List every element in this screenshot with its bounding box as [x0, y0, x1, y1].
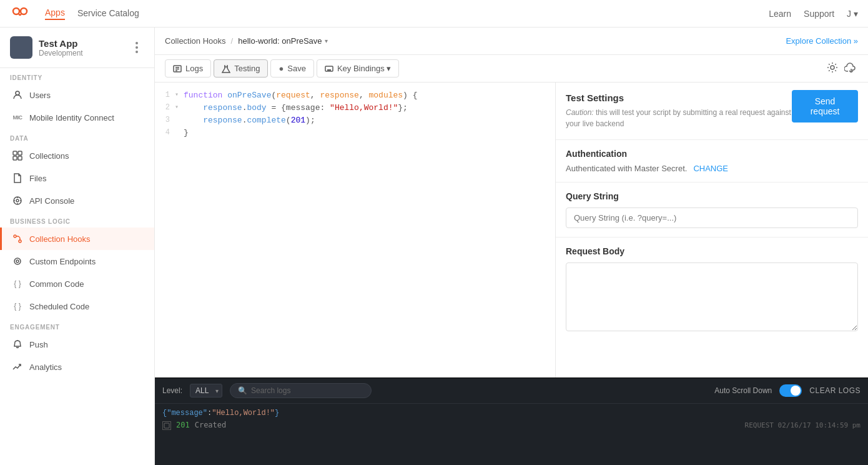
- sidebar-common-code-label: Common Code: [29, 279, 84, 289]
- explore-collection-link[interactable]: Explore Collection »: [786, 36, 858, 46]
- sidebar-item-scheduled-code[interactable]: { } Scheduled Code: [0, 295, 154, 318]
- dot-icon: [136, 46, 138, 49]
- sidebar-api-console-label: API Console: [29, 196, 74, 206]
- send-request-button[interactable]: Send request: [792, 90, 858, 122]
- toggle-knob: [791, 386, 801, 396]
- sidebar-item-collection-hooks[interactable]: Collection Hooks: [0, 228, 154, 250]
- logs-search-input[interactable]: [251, 386, 363, 395]
- sidebar-item-collections[interactable]: Collections: [0, 144, 154, 167]
- sidebar-item-users[interactable]: Users: [0, 84, 154, 106]
- auth-change-button[interactable]: CHANGE: [693, 164, 728, 173]
- code-editor[interactable]: 1 ▾ function onPreSave(request, response…: [155, 82, 556, 378]
- svg-rect-5: [13, 156, 17, 160]
- top-nav-right: Learn Support J ▾: [769, 9, 858, 19]
- collections-icon: [12, 150, 23, 161]
- top-nav: Apps Service Catalog Learn Support J ▾: [0, 0, 868, 28]
- sidebar: Test App Development IDENTITY Users MIC …: [0, 28, 155, 465]
- sidebar-item-custom-endpoints[interactable]: Custom Endpoints: [0, 250, 154, 272]
- user-icon: [12, 89, 23, 101]
- testing-panel: Test Settings Caution: this will test yo…: [556, 82, 868, 378]
- nav-support[interactable]: Support: [804, 9, 834, 19]
- logs-right: Auto Scroll Down CLEAR LOGS: [714, 384, 861, 397]
- sidebar-item-analytics[interactable]: Analytics: [0, 356, 154, 378]
- key-bindings-button[interactable]: Key Bindings ▾: [317, 59, 400, 78]
- svg-point-8: [16, 199, 19, 202]
- test-settings-section: Test Settings Caution: this will test yo…: [556, 82, 868, 140]
- log-icon: [162, 421, 171, 430]
- code-line-4: 4 ▾ }: [155, 128, 555, 140]
- sidebar-item-files[interactable]: Files: [0, 167, 154, 189]
- test-query-section: Query String: [556, 182, 868, 238]
- query-string-input[interactable]: [566, 208, 858, 228]
- main-content: Collection Hooks / hello-world: onPreSav…: [155, 28, 868, 465]
- sidebar-item-push[interactable]: Push: [0, 333, 154, 356]
- auto-scroll-label: Auto Scroll Down: [714, 386, 772, 395]
- logs-level-select[interactable]: ALL: [190, 384, 222, 398]
- breadcrumb-current[interactable]: hello-world: onPreSave ▾: [238, 36, 327, 46]
- auto-scroll-toggle[interactable]: [779, 384, 802, 397]
- svg-point-23: [831, 66, 834, 69]
- flask-icon: [222, 64, 230, 73]
- app-icon: [10, 36, 32, 59]
- breadcrumb-parent[interactable]: Collection Hooks: [165, 36, 226, 46]
- logs-icon: [173, 64, 182, 73]
- logs-button[interactable]: Logs: [165, 59, 211, 78]
- chevron-down-icon: ▾: [325, 38, 328, 44]
- test-auth-title: Authentication: [566, 149, 728, 159]
- business-logic-section-label: BUSINESS LOGIC: [0, 212, 154, 228]
- breadcrumb-separator: /: [231, 36, 234, 46]
- log-status-code: 201: [176, 419, 190, 431]
- request-body-input[interactable]: [566, 262, 858, 331]
- toolbar: Logs Testing ● Save Key Bindings ▾: [155, 55, 868, 82]
- svg-rect-3: [13, 151, 17, 155]
- nav-user[interactable]: J ▾: [847, 9, 858, 19]
- log-line-status: 201 Created REQUEST 02/16/17 10:14:59 pm: [162, 419, 861, 431]
- code-line-3: 3 ▾ response.complete(201);: [155, 115, 555, 128]
- cloud-icon[interactable]: [844, 62, 858, 75]
- code-line-1: 1 ▾ function onPreSave(request, response…: [155, 90, 555, 102]
- save-button[interactable]: ● Save: [270, 59, 314, 78]
- test-body-title: Request Body: [566, 246, 858, 256]
- logs-panel: Level: ALL 🔍 Auto Scroll Down: [155, 378, 868, 465]
- toolbar-right: [827, 62, 858, 76]
- sidebar-scheduled-code-label: Scheduled Code: [29, 302, 89, 311]
- log-status-text: Created: [195, 419, 227, 431]
- analytics-icon: [12, 361, 23, 372]
- sidebar-item-api-console[interactable]: API Console: [0, 189, 154, 212]
- svg-rect-25: [164, 423, 169, 428]
- svg-point-10: [19, 240, 21, 242]
- svg-point-11: [14, 258, 21, 264]
- nav-service-catalog[interactable]: Service Catalog: [77, 8, 139, 19]
- toggle-track: [779, 384, 802, 397]
- clear-logs-button[interactable]: CLEAR LOGS: [809, 386, 861, 395]
- nav-learn[interactable]: Learn: [769, 9, 791, 19]
- sidebar-collection-hooks-label: Collection Hooks: [29, 234, 91, 244]
- more-options-button[interactable]: [129, 40, 144, 55]
- data-section-label: DATA: [0, 129, 154, 144]
- nav-apps[interactable]: Apps: [45, 8, 65, 20]
- log-line-json: {"message":"Hello,World!"}: [162, 408, 861, 419]
- auth-row: Authenticated with Master Secret. CHANGE: [566, 164, 728, 173]
- settings-icon[interactable]: [827, 62, 838, 76]
- logs-level-select-wrap: ALL: [190, 384, 222, 398]
- test-body-section: Request Body: [556, 238, 868, 342]
- sidebar-users-label: Users: [29, 91, 51, 100]
- app-info: Test App Development: [39, 38, 123, 58]
- sidebar-item-mic[interactable]: MIC Mobile Identity Connect: [0, 106, 154, 129]
- mic-icon: MIC: [12, 112, 23, 123]
- sidebar-analytics-label: Analytics: [29, 362, 62, 372]
- sidebar-files-label: Files: [29, 174, 46, 183]
- logs-level-label: Level:: [162, 386, 182, 395]
- sidebar-item-common-code[interactable]: { } Common Code: [0, 272, 154, 295]
- logs-content: {"message":"Hello,World!"} 201 Created R…: [155, 404, 868, 465]
- svg-point-1: [21, 8, 27, 14]
- svg-point-12: [16, 260, 19, 262]
- save-icon: ●: [279, 64, 284, 73]
- api-console-icon: [12, 195, 23, 206]
- code-line-2: 2 ▾ response.body = {message: "Hello,Wor…: [155, 102, 555, 115]
- files-icon: [12, 172, 23, 184]
- testing-button[interactable]: Testing: [214, 59, 268, 78]
- engagement-section-label: ENGAGEMENT: [0, 318, 154, 333]
- svg-rect-4: [18, 151, 22, 155]
- common-code-icon: { }: [12, 278, 23, 289]
